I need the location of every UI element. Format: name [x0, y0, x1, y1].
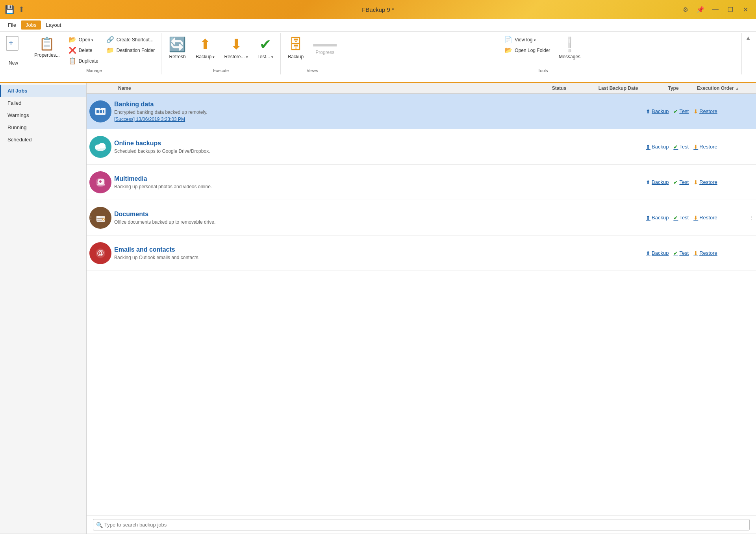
open-icon: 📂: [69, 36, 76, 43]
test-action-online[interactable]: ✔ Test: [673, 144, 689, 150]
open-button[interactable]: 📂 Open ▾: [65, 35, 102, 44]
backup-action-label-emails: Backup: [652, 250, 669, 256]
backup-action-banking[interactable]: ⬆ Backup: [646, 108, 669, 115]
tools-small-group: 📄 View log ▾ 📂 Open Log Folder: [501, 35, 553, 55]
test-action-documents[interactable]: ✔ Test: [673, 215, 689, 221]
job-actions-multimedia: ⬆ Backup ✔ Test ⬇ Restore: [646, 179, 756, 185]
backup-action-documents[interactable]: ⬆ Backup: [646, 215, 669, 221]
job-title-online: Online backups: [114, 140, 642, 147]
backup-execute-label: Backup ▾: [196, 54, 215, 59]
ribbon-collapse-button[interactable]: ▲: [742, 33, 754, 43]
svg-point-10: [98, 143, 106, 148]
test-action-icon-emails: ✔: [673, 250, 678, 256]
close-button[interactable]: ✕: [739, 4, 751, 15]
sidebar-item-warnings[interactable]: Warnings: [0, 109, 86, 121]
backup-execute-button[interactable]: ⬆ Backup ▾: [192, 35, 219, 61]
duplicate-button[interactable]: 📋 Duplicate: [65, 56, 102, 66]
tools-label: Tools: [538, 68, 548, 73]
backup-action-icon-online: ⬆: [646, 144, 650, 150]
backup-views-button[interactable]: 🗄 Backup: [284, 35, 308, 61]
job-icon-emails: @: [87, 242, 114, 264]
view-log-icon: 📄: [504, 36, 512, 43]
restore-action-documents[interactable]: ⬇ Restore: [693, 215, 717, 221]
ribbon-manage-group: 📋 Properties... 📂 Open ▾ ❌ Delete 📋: [27, 33, 161, 74]
job-actions-online: ⬆ Backup ✔ Test ⬇ Restore: [646, 144, 756, 150]
delete-label: Delete: [79, 48, 93, 53]
menu-item-file[interactable]: File: [3, 20, 21, 30]
destination-folder-button[interactable]: 📁 Destination Folder: [103, 45, 158, 55]
properties-button[interactable]: 📋 Properties...: [30, 35, 64, 59]
test-action-label-multimedia: Test: [679, 179, 689, 185]
job-row-documents[interactable]: ⋮⋮ Documents Office documents ba: [87, 200, 756, 235]
job-title-banking: Banking data: [114, 101, 642, 108]
sidebar-item-scheduled[interactable]: Scheduled: [0, 134, 86, 146]
backup-views-label: Backup: [288, 54, 304, 59]
settings-button[interactable]: ⚙: [680, 4, 691, 15]
job-row-multimedia[interactable]: Multimedia Backing up personal photos an…: [87, 165, 756, 200]
job-row-online-backups[interactable]: Online backups Scheduled backups to Goog…: [87, 129, 756, 165]
restore-action-banking[interactable]: ⬇ Restore: [693, 108, 717, 115]
test-action-banking[interactable]: ✔ Test: [673, 108, 689, 115]
create-shortcut-button[interactable]: 🔗 Create Shortcut...: [103, 35, 158, 44]
manage-small-group-2: 🔗 Create Shortcut... 📁 Destination Folde…: [103, 35, 158, 55]
restore-button[interactable]: ❐: [724, 4, 736, 15]
job-actions-emails: ⬆ Backup ✔ Test ⬇ Restore: [646, 250, 756, 256]
messages-button[interactable]: ❕ Messages: [555, 35, 584, 61]
svg-rect-5: [103, 110, 104, 113]
execute-label: Execute: [213, 68, 229, 73]
restore-action-multimedia[interactable]: ⬇ Restore: [693, 179, 717, 185]
backup-action-emails[interactable]: ⬆ Backup: [646, 250, 669, 256]
app-icon: 💾: [5, 5, 15, 14]
restore-action-label-online: Restore: [699, 144, 717, 150]
ribbon-new-group[interactable]: + New: [0, 33, 27, 74]
menu-item-jobs[interactable]: Jobs: [21, 20, 41, 30]
column-header-type: Type: [654, 85, 693, 91]
test-action-emails[interactable]: ✔ Test: [673, 250, 689, 256]
title-bar-left: 💾 ⬆: [5, 5, 24, 14]
svg-text:@: @: [97, 249, 104, 257]
sidebar-item-failed[interactable]: Failed: [0, 97, 86, 109]
manage-small-group: 📂 Open ▾ ❌ Delete 📋 Duplicate: [65, 35, 102, 66]
messages-icon: ❕: [561, 36, 578, 53]
sidebar-item-all-jobs[interactable]: All Jobs: [0, 85, 86, 97]
backup-action-label-multimedia: Backup: [652, 179, 669, 185]
pin-button[interactable]: 📌: [695, 4, 706, 15]
search-wrapper: 🔍: [93, 519, 750, 530]
column-header-execution-order: Execution Order ▲: [693, 85, 756, 91]
open-log-folder-button[interactable]: 📂 Open Log Folder: [501, 45, 553, 55]
properties-icon: 📋: [39, 36, 55, 51]
backup-action-online[interactable]: ⬆ Backup: [646, 144, 669, 150]
view-log-button[interactable]: 📄 View log ▾: [501, 35, 553, 44]
job-info-multimedia: Multimedia Backing up personal photos an…: [114, 175, 646, 189]
delete-button[interactable]: ❌ Delete: [65, 45, 102, 55]
progress-button: ▬▬▬ Progress: [309, 35, 341, 57]
job-row-emails-contacts[interactable]: @ Emails and contacts Backing up Outlook…: [87, 235, 756, 271]
restore-action-emails[interactable]: ⬇ Restore: [693, 250, 717, 256]
test-execute-button[interactable]: ✔ Test... ▾: [254, 35, 277, 61]
restore-execute-button[interactable]: ⬇ Restore... ▾: [220, 35, 252, 61]
svg-rect-16: [97, 184, 105, 185]
job-status-link-banking[interactable]: [Success] 13/06/2019 3:23:03 PM: [114, 117, 642, 122]
restore-action-online[interactable]: ⬇ Restore: [693, 144, 717, 150]
test-action-icon-multimedia: ✔: [673, 179, 678, 185]
execute-buttons: 🔄 Refresh ⬆ Backup ▾ ⬇ Restore... ▾ ✔ Te…: [165, 35, 277, 61]
messages-label: Messages: [559, 54, 580, 59]
job-desc-multimedia: Backing up personal photos and videos on…: [114, 184, 642, 189]
search-input[interactable]: [93, 519, 750, 530]
sidebar-item-running[interactable]: Running: [0, 121, 86, 134]
job-title-multimedia: Multimedia: [114, 175, 642, 182]
backup-action-multimedia[interactable]: ⬆ Backup: [646, 179, 669, 185]
destination-folder-label: Destination Folder: [117, 48, 155, 53]
job-desc-banking: Encrypted banking data backed up remotel…: [114, 109, 642, 115]
menu-bar: File Jobs Layout: [0, 19, 756, 32]
minimize-button[interactable]: —: [710, 4, 721, 15]
manage-label: Manage: [86, 68, 102, 73]
refresh-button[interactable]: 🔄 Refresh: [165, 35, 190, 61]
progress-icon: ▬▬▬: [313, 39, 337, 48]
job-desc-online: Scheduled backups to Google Drive/Dropbo…: [114, 148, 642, 154]
ribbon: + New 📋 Properties... 📂 Open ▾: [0, 32, 756, 83]
job-row-banking-data[interactable]: $ Banking data Encrypted banking data ba…: [87, 94, 756, 129]
test-action-multimedia[interactable]: ✔ Test: [673, 179, 689, 185]
menu-item-layout[interactable]: Layout: [41, 20, 66, 30]
backup-action-icon-emails: ⬆: [646, 250, 650, 256]
